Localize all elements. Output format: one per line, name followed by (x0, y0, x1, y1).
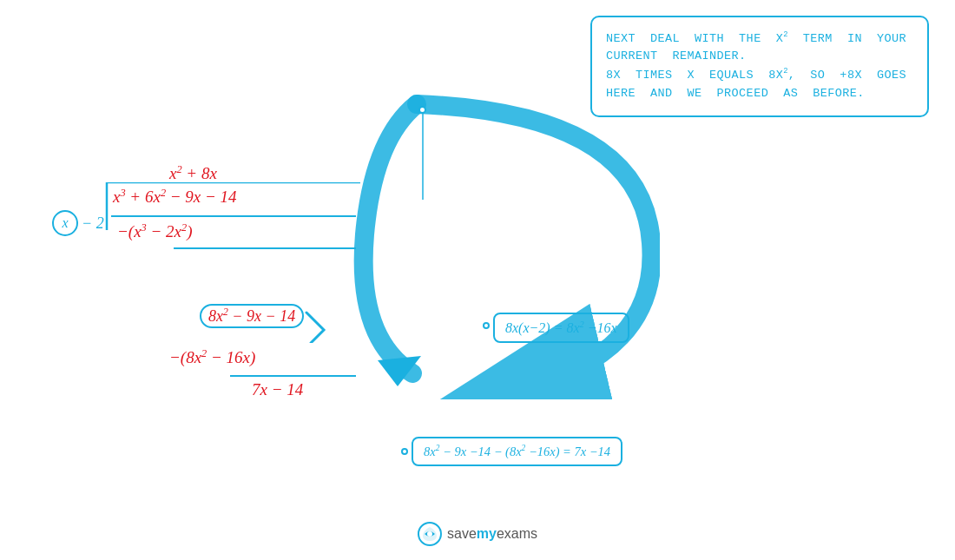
logo-icon (418, 522, 442, 546)
logo-my: my (477, 526, 497, 541)
logo-area: savemyexams (418, 522, 537, 546)
callout2-box: 8x2 − 9x −14 − (8x2 −16x) = 7x −14 (412, 437, 622, 466)
tooltip-text: NEXT DEAL WITH THE x2 TERM IN YOUR CURRE… (606, 30, 913, 103)
logo-save: save (447, 526, 477, 541)
tooltip-box: NEXT DEAL WITH THE x2 TERM IN YOUR CURRE… (590, 16, 929, 117)
circular-arrow (339, 87, 660, 399)
logo-exams: exams (497, 526, 537, 541)
hline-2 (174, 247, 356, 249)
circled-remainder: 8x2 − 9x − 14 (200, 304, 304, 328)
tooltip-connector-dot (418, 106, 426, 114)
step2-subtraction: −(8x2 − 16x) (169, 347, 255, 367)
hline-3 (230, 375, 356, 377)
checkmark-arrow (302, 308, 328, 343)
svg-point-7 (427, 531, 432, 537)
divisor-x: x (52, 210, 78, 236)
final-remainder: 7x − 14 (252, 380, 303, 399)
logo-text: savemyexams (447, 526, 537, 542)
hline-1 (111, 215, 356, 217)
step1-subtraction: −(x3 − 2x2) (117, 221, 193, 241)
callout2-dot (401, 448, 408, 455)
dividend-expression: x3 + 6x2 − 9x − 14 (113, 187, 237, 207)
quotient-expression: x2 + 8x (169, 163, 217, 183)
